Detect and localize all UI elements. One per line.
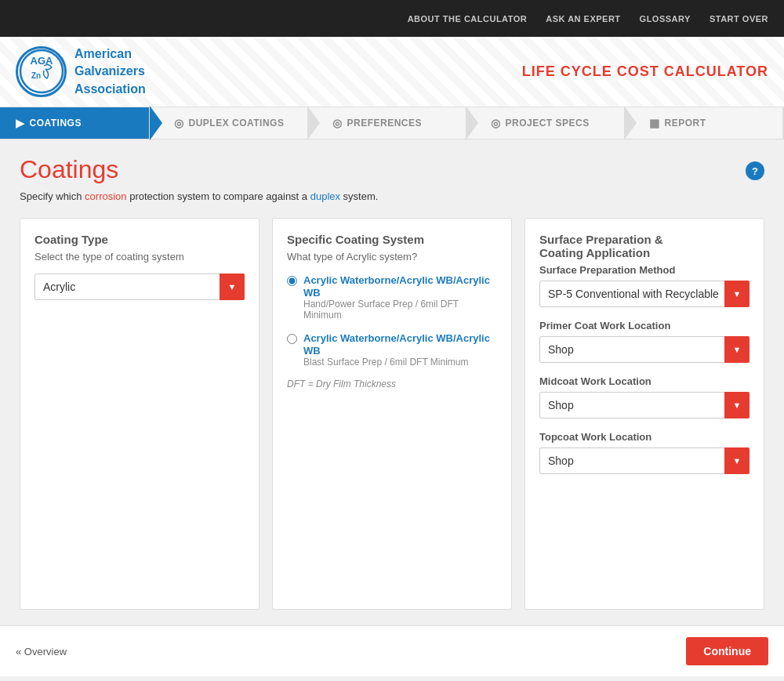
breadcrumb-preferences[interactable]: ◎ PREFERENCES xyxy=(309,107,467,139)
help-icon[interactable]: ? xyxy=(746,161,764,180)
page-subtitle: Specify which corrosion protection syste… xyxy=(20,190,764,202)
surface-prep-card: Surface Preparation & Coating Applicatio… xyxy=(524,218,764,610)
page-header-row: Coatings ? xyxy=(20,155,764,184)
primer-coat-select[interactable]: Shop Field xyxy=(539,336,750,363)
midcoat-select[interactable]: Shop Field xyxy=(539,392,750,418)
radio-opt1-desc: Hand/Power Surface Prep / 6mil DFT Minim… xyxy=(303,299,497,321)
ask-expert-link[interactable]: ASK AN EXPERT xyxy=(546,14,620,24)
surface-prep-select[interactable]: SP-5 Conventional with Recyclable Ab... … xyxy=(539,281,750,307)
report-icon: ▦ xyxy=(649,117,660,129)
logo-area: AGA Zn AmericanGalvanizersAssociation xyxy=(16,45,146,98)
calculator-title: LIFE CYCLE COST CALCULATOR xyxy=(522,63,768,80)
bottom-bar: « Overview Continue xyxy=(0,625,784,676)
radio-opt2[interactable] xyxy=(287,334,297,344)
primer-coat-select-wrapper: Shop Field xyxy=(539,336,750,363)
logo-circle: AGA Zn xyxy=(16,46,67,97)
preferences-icon: ◎ xyxy=(332,117,343,129)
radio-opt2-content: Acrylic Waterborne/Acrylic WB/Acrylic WB… xyxy=(303,331,497,368)
duplex-icon: ◎ xyxy=(174,117,184,129)
surface-prep-method-label: Surface Preparation Method xyxy=(539,264,750,276)
coating-type-select-wrapper: Acrylic Alkyd Epoxy Polyurethane Zinc-Ri… xyxy=(34,273,245,300)
specific-coating-question: What type of Acrylic system? xyxy=(287,251,497,263)
radio-opt1[interactable] xyxy=(287,276,297,286)
breadcrumb-report[interactable]: ▦ REPORT xyxy=(626,107,784,139)
surface-prep-select-wrapper: SP-5 Conventional with Recyclable Ab... … xyxy=(539,281,750,307)
radio-option-1: Acrylic Waterborne/Acrylic WB/Acrylic WB… xyxy=(287,273,497,321)
coating-type-select[interactable]: Acrylic Alkyd Epoxy Polyurethane Zinc-Ri… xyxy=(34,273,245,300)
coatings-icon: ▶ xyxy=(16,117,25,129)
breadcrumb-navigation: ▶ COATINGS ◎ DUPLEX COATINGS ◎ PREFERENC… xyxy=(0,107,784,139)
page-header: AGA Zn AmericanGalvanizersAssociation LI… xyxy=(0,37,784,107)
breadcrumb-duplex[interactable]: ◎ DUPLEX COATINGS xyxy=(151,107,309,139)
radio-opt1-content: Acrylic Waterborne/Acrylic WB/Acrylic WB… xyxy=(303,273,497,321)
midcoat-group: Midcoat Work Location Shop Field xyxy=(539,375,750,418)
coating-type-subtitle: Select the type of coating system xyxy=(34,251,245,263)
dft-note: DFT = Dry Film Thickness xyxy=(287,379,497,389)
breadcrumb-project-specs[interactable]: ◎ PROJECT SPECS xyxy=(467,107,626,139)
coating-type-title: Coating Type xyxy=(34,233,245,246)
continue-button[interactable]: Continue xyxy=(686,637,768,665)
cards-row: Coating Type Select the type of coating … xyxy=(20,218,764,610)
surface-prep-title: Surface Preparation & Coating Applicatio… xyxy=(539,233,750,259)
surface-prep-method-group: Surface Preparation Method SP-5 Conventi… xyxy=(539,264,750,307)
primer-coat-label: Primer Coat Work Location xyxy=(539,320,750,331)
project-specs-icon: ◎ xyxy=(491,117,501,129)
specific-coating-title: Specific Coating System xyxy=(287,233,497,246)
radio-opt2-desc: Blast Surface Prep / 6mil DFT Minimum xyxy=(303,357,497,368)
duplex-text: duplex xyxy=(310,190,340,202)
midcoat-label: Midcoat Work Location xyxy=(539,375,750,387)
corrosion-text: corrosion xyxy=(85,190,126,202)
svg-text:Zn: Zn xyxy=(31,71,40,80)
main-content: Coatings ? Specify which corrosion prote… xyxy=(0,139,784,625)
radio-option-2: Acrylic Waterborne/Acrylic WB/Acrylic WB… xyxy=(287,331,497,368)
overview-link[interactable]: « Overview xyxy=(16,646,67,657)
topcoat-select-wrapper: Shop Field xyxy=(539,447,750,474)
glossary-link[interactable]: GLOSSARY xyxy=(640,14,691,24)
top-navigation: ABOUT THE CALCULATOR ASK AN EXPERT GLOSS… xyxy=(0,0,784,37)
topcoat-select[interactable]: Shop Field xyxy=(539,447,750,474)
specific-coating-card: Specific Coating System What type of Acr… xyxy=(272,218,512,610)
about-calculator-link[interactable]: ABOUT THE CALCULATOR xyxy=(408,14,528,24)
radio-opt1-label[interactable]: Acrylic Waterborne/Acrylic WB/Acrylic WB xyxy=(303,274,490,299)
page-title: Coatings xyxy=(20,155,118,184)
topcoat-group: Topcoat Work Location Shop Field xyxy=(539,431,750,474)
start-over-link[interactable]: START OVER xyxy=(710,14,768,24)
primer-coat-group: Primer Coat Work Location Shop Field xyxy=(539,320,750,363)
logo-svg: AGA Zn xyxy=(19,49,64,94)
midcoat-select-wrapper: Shop Field xyxy=(539,392,750,418)
coating-type-card: Coating Type Select the type of coating … xyxy=(20,218,260,610)
radio-opt2-label[interactable]: Acrylic Waterborne/Acrylic WB/Acrylic WB xyxy=(303,332,490,357)
org-name: AmericanGalvanizersAssociation xyxy=(74,45,146,98)
topcoat-label: Topcoat Work Location xyxy=(539,431,750,443)
breadcrumb-coatings[interactable]: ▶ COATINGS xyxy=(0,107,151,139)
